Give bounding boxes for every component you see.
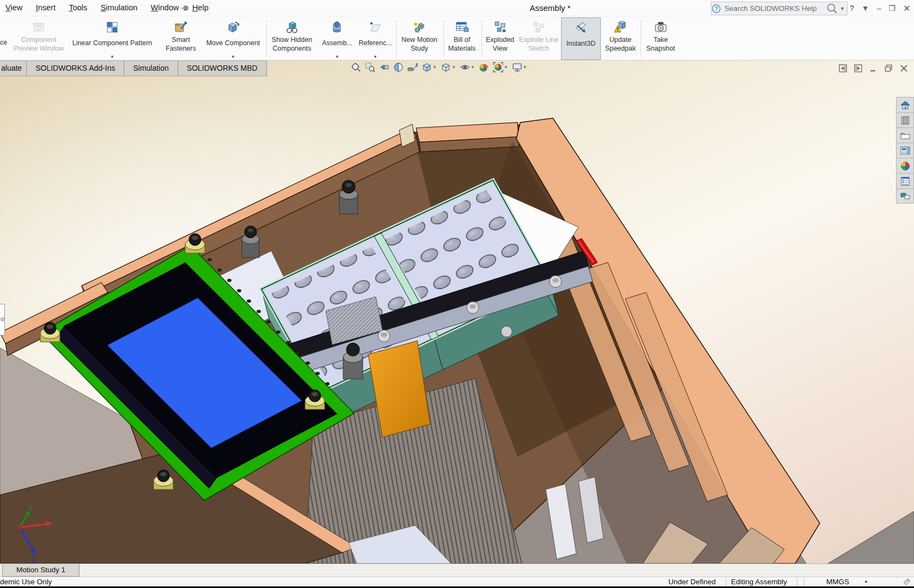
previous-view-icon[interactable] <box>379 62 389 72</box>
unit-system-selector[interactable]: MMGS <box>826 578 849 586</box>
dropdown-caret-icon[interactable]: ▼ <box>203 54 264 59</box>
menu-simulation[interactable]: Simulation <box>95 0 143 12</box>
dropdown-caret-icon[interactable]: ▼ <box>432 65 437 70</box>
triad-z-label: Z <box>31 555 35 564</box>
search-input[interactable]: ? Search SOLIDWORKS Help ▼ <box>711 2 848 15</box>
restore-document-icon[interactable] <box>885 64 893 72</box>
custom-properties-tab[interactable] <box>896 173 914 188</box>
task-pane <box>896 97 914 204</box>
command-manager-tabs: aluate SOLIDWORKS Add-Ins Simulation SOL… <box>0 60 267 76</box>
solidworks-resources-tab[interactable] <box>896 97 914 112</box>
exploded-view-button[interactable]: Exploded View <box>483 18 517 59</box>
tab-solidworks-add-ins[interactable]: SOLIDWORKS Add-Ins <box>27 61 124 76</box>
show-hidden-components-button[interactable]: Show Hidden Components <box>268 18 316 59</box>
dropdown-caret-icon[interactable]: ▼ <box>471 65 475 70</box>
properties-form-icon <box>900 176 911 187</box>
search-icon[interactable] <box>826 2 839 15</box>
status-separator <box>797 578 797 586</box>
flyout-knob-icon <box>1 317 4 321</box>
ribbon-separator <box>266 20 267 57</box>
ribbon-separator <box>482 20 482 57</box>
explode-line-sketch-button: Explode Line Sketch <box>519 18 559 59</box>
back-right-wall[interactable] <box>416 122 519 152</box>
feature-manager-flyout-handle[interactable] <box>0 304 5 335</box>
heads-up-view-toolbar: A ▼ ▼ ▼ ▼ ▼ <box>351 62 527 72</box>
display-style-icon[interactable]: ▼ <box>441 62 456 72</box>
status-separator <box>726 578 726 586</box>
dropdown-caret-icon[interactable]: ▼ <box>452 65 456 70</box>
help-button[interactable]: ? <box>850 4 854 13</box>
take-snapshot-button[interactable]: Take Snapshot <box>642 18 679 59</box>
edit-appearance-icon[interactable] <box>479 62 489 72</box>
window-controls: ? ▼ – ❐ ✕ <box>850 0 910 16</box>
instant3d-button[interactable]: Instant3D <box>561 17 601 60</box>
dropdown-caret-icon[interactable]: ▼ <box>321 54 353 59</box>
ribbon-separator <box>396 20 397 57</box>
close-document-icon[interactable] <box>900 64 908 72</box>
linear-component-pattern-icon <box>65 18 159 34</box>
tab-evaluate-clipped[interactable]: aluate <box>0 61 27 76</box>
menubar-divider <box>209 1 210 15</box>
menu-window[interactable]: Window <box>145 0 185 12</box>
solidworks-forum-tab[interactable] <box>896 188 914 204</box>
menu-insert[interactable]: Insert <box>31 0 61 12</box>
menu-help[interactable]: Help <box>187 0 214 12</box>
graphics-viewport[interactable]: Y Z A ▼ ▼ ▼ ▼ ▼ <box>0 60 914 564</box>
appearances-tab[interactable] <box>896 158 914 173</box>
search-dropdown-icon[interactable]: ▼ <box>840 6 845 11</box>
ribbon-separator <box>443 20 444 57</box>
dropdown-caret-icon[interactable]: ▼ <box>65 54 159 59</box>
linear-component-pattern-button[interactable]: Linear Component Pattern ▼ <box>65 18 159 59</box>
menu-bar: View Insert Tools Simulation Window Help… <box>0 0 914 16</box>
window-title: Assembly * <box>507 3 594 13</box>
new-motion-study-button[interactable]: New Motion Study <box>398 18 441 59</box>
books-icon <box>900 115 911 126</box>
design-library-tab[interactable] <box>896 112 914 127</box>
help-circle-icon: ? <box>711 4 721 14</box>
reference-geometry-icon <box>358 18 392 34</box>
view-settings-icon[interactable]: ▼ <box>512 62 527 72</box>
assembly-3d-model[interactable]: Y Z <box>0 76 914 564</box>
status-separator <box>804 578 805 586</box>
restore-button[interactable]: ❐ <box>888 4 895 13</box>
apply-scene-icon[interactable]: ▼ <box>493 62 508 72</box>
command-manager-ribbon: ce Component Preview Window Linear Compo… <box>0 17 914 60</box>
update-speedpak-button[interactable]: Update Speedpak <box>603 18 638 59</box>
annotation-view-icon[interactable]: A <box>407 62 418 72</box>
smart-fasteners-button[interactable]: Smart Fasteners <box>163 18 198 59</box>
hide-show-items-icon[interactable]: ▼ <box>460 62 475 72</box>
minimize-button[interactable]: – <box>877 4 881 13</box>
close-button[interactable]: ✕ <box>903 3 910 14</box>
dropdown-caret-icon[interactable]: ▼ <box>523 65 527 70</box>
pin-menu-icon[interactable] <box>181 4 190 15</box>
help-dropdown-icon[interactable]: ▼ <box>862 4 869 13</box>
tab-simulation[interactable]: Simulation <box>124 61 178 76</box>
new-motion-study-icon <box>398 18 441 34</box>
unit-caret-icon[interactable]: ▲ <box>864 579 868 584</box>
dropdown-caret-icon[interactable]: ▼ <box>358 54 392 59</box>
reference-geometry-button[interactable]: Referenc... ▼ <box>358 18 392 59</box>
component-preview-window-button: Component Preview Window <box>13 18 64 59</box>
assembly-features-button[interactable]: Assemb... ▼ <box>321 18 353 59</box>
tab-solidworks-mbd[interactable]: SOLIDWORKS MBD <box>178 61 267 76</box>
show-hidden-components-icon <box>268 18 316 34</box>
zoom-to-fit-icon[interactable] <box>351 62 361 72</box>
constraint-status: Under Defined <box>668 578 716 586</box>
view-palette-tab[interactable] <box>896 143 914 158</box>
menu-tools[interactable]: Tools <box>63 0 93 12</box>
menu-view[interactable]: View <box>0 0 28 12</box>
section-view-icon[interactable] <box>393 62 404 72</box>
minimize-document-icon[interactable] <box>869 64 878 72</box>
bill-of-materials-button[interactable]: Bill of Materials <box>445 18 479 59</box>
previous-pane-icon[interactable] <box>839 64 847 72</box>
view-orientation-icon[interactable]: ▼ <box>422 62 437 72</box>
instant3d-icon <box>562 19 600 35</box>
file-explorer-tab[interactable] <box>896 127 914 143</box>
motion-study-tab[interactable]: Motion Study 1 <box>2 564 80 577</box>
move-component-button[interactable]: Move Component ▼ <box>203 18 264 59</box>
dropdown-caret-icon[interactable]: ▼ <box>504 65 508 70</box>
appearances-ball-icon <box>900 161 911 171</box>
zoom-to-area-icon[interactable] <box>365 62 375 72</box>
next-pane-icon[interactable] <box>854 64 862 72</box>
view-palette-icon <box>900 145 911 156</box>
